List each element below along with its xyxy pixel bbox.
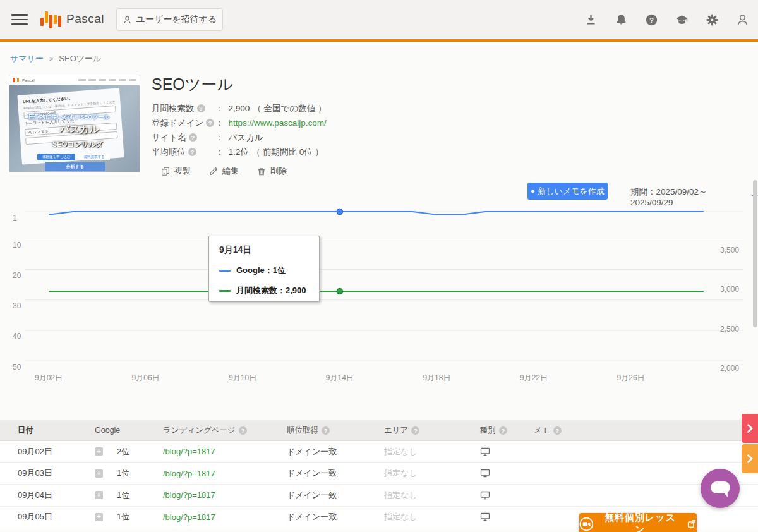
svg-text:9月14日: 9月14日 [326,373,354,382]
header-label: 順位取得 [287,425,318,436]
chat-bubble-button[interactable] [701,469,740,508]
new-memo-label: 新しいメモを作成 [538,186,605,197]
header-label: 種別 [480,425,496,436]
thumbnail-header: Pascal [9,75,140,85]
thumb-overlay-keyword: SEOコンサルダ [52,140,103,149]
svg-text:50: 50 [13,363,21,372]
site-thumbnail[interactable]: Pascal URLを入力してください。 ※URLが決まってない場合は、ドメイン… [9,75,140,172]
help-icon[interactable] [188,148,196,156]
help-icon[interactable] [189,133,197,142]
tooltip-date: 9月14日 [219,245,309,256]
logo-bars-icon [40,9,61,28]
pascal-logo[interactable]: Pascal [40,9,104,28]
chart-canvas[interactable]: 110203040503,5003,0002,5002,0009月02日9月06… [0,202,758,389]
scrollbar-thumb[interactable] [753,180,757,327]
table-header-cell: 順位取得 [287,420,330,440]
gear-icon[interactable] [706,13,719,27]
free-lesson-button[interactable]: 無料個別レッスン [579,513,697,532]
keyword-actions: 複製 編集 削除 [160,166,287,177]
cell-landing-page-link[interactable]: /blog/?p=1817 [163,507,215,528]
help-icon[interactable] [411,426,419,435]
cell-device [480,507,490,528]
detail-value: パスカル [229,132,263,143]
table-header-cell: 種別 [480,420,507,440]
rank-chart: 110203040503,5003,0002,5002,0009月02日9月06… [0,202,758,389]
help-icon[interactable] [239,426,247,435]
delete-button[interactable]: 削除 [256,166,287,177]
detail-value: 1.2位 [229,147,249,158]
side-tab-red[interactable] [742,414,758,443]
new-memo-button[interactable]: ◆ 新しいメモを作成 [527,183,608,200]
thumb-overlay-title: 圧倒的に使いやすいSEOツール [28,113,109,121]
edit-button[interactable]: 編集 [208,166,239,177]
breadcrumb-separator: > [49,55,53,63]
school-icon[interactable] [675,13,689,27]
desktop-icon [480,447,490,456]
table-row: 09月03日 1位 /blog/?p=1817 ドメイン一致 指定なし [0,463,758,485]
table-header-cell: エリア [384,420,419,440]
delete-label: 削除 [270,166,287,177]
thumb-logo-icon [13,78,15,82]
chart-tooltip: 9月14日 Google：1位月間検索数：2,900 [208,236,320,302]
help-icon[interactable] [206,119,214,127]
thumbnail-body: URLを入力してください。 ※URLが決まってない場合は、ドメイントップを指定し… [9,85,140,172]
logo-text: Pascal [66,12,104,28]
thumb-docs-button: 資料請求する [78,154,109,160]
detail-colon: ： [215,132,224,143]
desktop-icon [480,469,490,478]
cell-landing-page-link[interactable]: /blog/?p=1817 [163,441,215,462]
bell-icon[interactable] [615,13,628,27]
breadcrumb: サマリー > SEOツール [10,53,101,64]
help-icon[interactable]: ? [645,13,658,27]
svg-text:9月02日: 9月02日 [35,373,63,382]
header-label: 日付 [18,425,33,436]
svg-text:?: ? [649,16,654,23]
help-icon[interactable] [322,426,330,435]
cell-area: 指定なし [384,485,418,506]
thumb-logo-icon2 [17,78,19,82]
thumb-overlay-brand: パスカル [60,123,99,135]
cell-google-rank: 1位 [117,490,129,501]
cell-rank-source: ドメイン一致 [287,507,337,528]
cell-landing-page-link[interactable]: /blog/?p=1817 [163,463,215,485]
download-icon[interactable] [584,13,598,27]
invite-user-button[interactable]: ユーザーを招待する [116,8,223,31]
header-label: ランディングページ [163,425,236,436]
duplicate-button[interactable]: 複製 [160,166,191,177]
edit-label: 編集 [222,166,239,177]
thumb-nav [37,79,136,81]
svg-text:1: 1 [13,214,17,222]
detail-value: 2,900 [229,104,250,113]
tooltip-series-row: Google：1位 [219,265,309,276]
video-icon [579,517,594,531]
help-icon[interactable] [197,104,205,112]
side-tab-orange[interactable] [742,444,758,473]
table-header-cell: 日付 [18,420,33,440]
cell-landing-page-link[interactable]: /blog/?p=1817 [163,485,215,506]
help-icon[interactable] [499,426,507,435]
trash-icon [256,166,267,176]
svg-text:2,500: 2,500 [720,325,739,334]
table-header: 日付Googleランディングページ順位取得エリア種別メモ [0,420,758,441]
svg-text:9月10日: 9月10日 [229,373,256,382]
copy-icon [160,166,171,176]
profile-icon[interactable] [736,13,749,27]
hamburger-menu-icon[interactable] [11,14,28,25]
detail-row: サイト名 ： パスカル [152,130,330,145]
header-accent-bar [0,39,758,42]
svg-text:9月26日: 9月26日 [617,373,645,382]
expand-row-icon[interactable] [95,491,103,499]
expand-row-icon[interactable] [95,513,103,521]
breadcrumb-summary-link[interactable]: サマリー [10,53,44,64]
cell-date: 09月03日 [18,463,52,485]
invite-user-label: ユーザーを招待する [136,14,217,25]
expand-row-icon[interactable] [95,447,103,456]
help-icon[interactable] [553,426,562,435]
cell-date: 09月04日 [18,485,52,506]
cell-date: 09月02日 [18,441,52,462]
duplicate-label: 複製 [174,166,191,177]
expand-row-icon[interactable] [95,469,103,478]
domain-link[interactable]: https://www.pascaljp.com/ [229,118,327,128]
svg-text:40: 40 [13,332,21,341]
cell-area: 指定なし [384,463,418,485]
